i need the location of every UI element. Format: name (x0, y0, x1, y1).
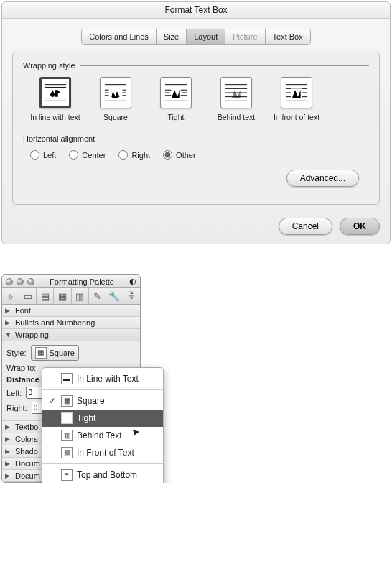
wrapping-style-label: Wrapping style (23, 61, 75, 70)
infront-icon: ▤ (61, 447, 73, 458)
toolbar-btn-2[interactable]: ▭ (19, 288, 37, 304)
palette-toolbar: ⎀ ▭ ▤ ▦ ▥ ✎ 🔧 🗄 (2, 288, 140, 305)
menu-item-infront[interactable]: ▤In Front of Text (42, 444, 163, 461)
wrap-option-inline[interactable]: In line with text (30, 77, 80, 121)
topbottom-icon: ≡ (61, 469, 73, 481)
wrap-option-label: Tight (151, 113, 201, 121)
tab-text-box[interactable]: Text Box (266, 29, 310, 44)
style-label: Style: (6, 348, 27, 357)
style-value: Square (50, 348, 75, 357)
menu-separator (42, 389, 163, 390)
tab-colors-and-lines[interactable]: Colors and Lines (82, 29, 157, 44)
wrap-option-label: In line with text (30, 113, 80, 121)
infront-icon (281, 77, 312, 108)
menu-item-label: Top and Bottom (77, 470, 137, 480)
toolbar-btn-8[interactable]: 🗄 (123, 288, 140, 304)
menu-item-label: Tight (77, 413, 95, 423)
menu-item-inline[interactable]: ▬In Line with Text (42, 370, 163, 387)
menu-separator (42, 463, 163, 464)
menu-item-square[interactable]: ✓▦Square (42, 392, 163, 410)
section-label: Docum (15, 471, 40, 480)
section-label: Bullets and Numbering (15, 318, 95, 327)
wrap-option-label: In front of text (271, 113, 322, 121)
horizontal-alignment-section: Horizontal alignment (23, 134, 369, 143)
radio-label: Right (131, 151, 150, 160)
wrap-style-menu: ▬In Line with Text ✓▦Square ▩Tight ▥Behi… (42, 367, 164, 483)
close-icon[interactable] (6, 278, 13, 285)
radio-center[interactable]: Center (69, 150, 106, 160)
tab-size[interactable]: Size (157, 29, 187, 44)
section-bullets[interactable]: ▶Bullets and Numbering (2, 317, 140, 329)
toolbar-btn-6[interactable]: ✎ (89, 288, 106, 304)
tight-icon: ▩ (61, 412, 73, 424)
radio-label: Left (43, 151, 56, 160)
layout-group: Wrapping style In line with text Square (12, 52, 380, 205)
tight-icon (160, 77, 192, 108)
horizontal-alignment-label: Horizontal alignment (23, 134, 95, 143)
ok-button[interactable]: OK (340, 218, 380, 235)
section-label: Textbo (15, 422, 38, 431)
wrap-option-label: Square (90, 113, 141, 121)
style-dropdown[interactable]: ▦ Square (31, 345, 79, 361)
radio-label: Other (176, 151, 196, 160)
menu-item-label: Square (77, 396, 105, 406)
radio-other[interactable]: Other (163, 150, 196, 160)
menu-item-label: Behind Text (77, 430, 122, 440)
radio-right[interactable]: Right (118, 150, 150, 160)
left-label: Left: (6, 389, 22, 397)
wrap-option-infront[interactable]: In front of text (271, 77, 322, 121)
section-label: Wrapping (15, 331, 49, 339)
wrap-option-behind[interactable]: Behind text (211, 77, 261, 121)
cancel-button[interactable]: Cancel (279, 218, 332, 235)
section-wrapping[interactable]: ▼Wrapping (2, 329, 140, 341)
palette-titlebar[interactable]: Formatting Palette ◐ (2, 275, 140, 288)
menu-item-label: In Line with Text (77, 374, 139, 384)
section-label: Font (15, 306, 31, 315)
inline-icon: ▬ (61, 373, 73, 384)
right-label: Right: (6, 404, 27, 412)
zoom-icon[interactable] (27, 278, 34, 285)
toolbar-btn-7[interactable]: 🔧 (106, 288, 123, 304)
horizontal-alignment-group: Left Center Right Other (30, 150, 369, 160)
toolbar-btn-5[interactable]: ▥ (72, 288, 89, 304)
tab-layout[interactable]: Layout (187, 29, 225, 44)
formatting-palette: Formatting Palette ◐ ⎀ ▭ ▤ ▦ ▥ ✎ 🔧 🗄 ▶Fo… (1, 274, 141, 483)
section-font[interactable]: ▶Font (2, 305, 140, 317)
section-label: Colors (15, 435, 38, 443)
inline-icon (39, 77, 71, 108)
divider (80, 65, 369, 66)
wrap-to-label: Wrap to: (6, 364, 36, 372)
toolbar-btn-4[interactable]: ▦ (54, 288, 71, 304)
behind-icon (220, 77, 252, 108)
wrap-option-label: Behind text (211, 113, 261, 121)
radio-left[interactable]: Left (30, 150, 56, 160)
toggle-icon[interactable]: ◐ (129, 277, 136, 286)
tab-picture: Picture (225, 29, 265, 44)
menu-item-label: In Front of Text (77, 448, 134, 458)
wrap-option-tight[interactable]: Tight (151, 77, 201, 121)
section-label: Shado (15, 447, 38, 456)
distance-label: Distance (6, 375, 39, 384)
minimize-icon[interactable] (17, 278, 24, 285)
square-icon (100, 77, 131, 108)
palette-title: Formatting Palette (38, 277, 126, 286)
toolbar-btn-1[interactable]: ⎀ (2, 288, 19, 304)
cursor-icon: ➤ (131, 425, 141, 438)
format-text-box-dialog: Format Text Box Colors and Lines Size La… (1, 1, 391, 244)
wrap-option-square[interactable]: Square (90, 77, 141, 121)
menu-item-tight[interactable]: ▩Tight (42, 410, 163, 427)
wrapping-style-section: Wrapping style (23, 61, 369, 70)
wrapping-options: In line with text Square Tight Behind te… (30, 77, 369, 121)
advanced-button[interactable]: Advanced... (286, 170, 359, 187)
square-icon: ▦ (35, 347, 47, 359)
dialog-title: Format Text Box (2, 2, 390, 19)
tab-bar: Colors and Lines Size Layout Picture Tex… (2, 29, 390, 45)
section-label: Docum (15, 459, 40, 468)
behind-icon: ▥ (61, 430, 73, 441)
menu-item-behind[interactable]: ▥Behind Text (42, 427, 163, 444)
toolbar-btn-3[interactable]: ▤ (37, 288, 54, 304)
square-icon: ▦ (61, 395, 73, 407)
menu-item-topbottom[interactable]: ≡Top and Bottom (42, 466, 163, 483)
radio-label: Center (82, 151, 106, 160)
divider (99, 139, 369, 139)
